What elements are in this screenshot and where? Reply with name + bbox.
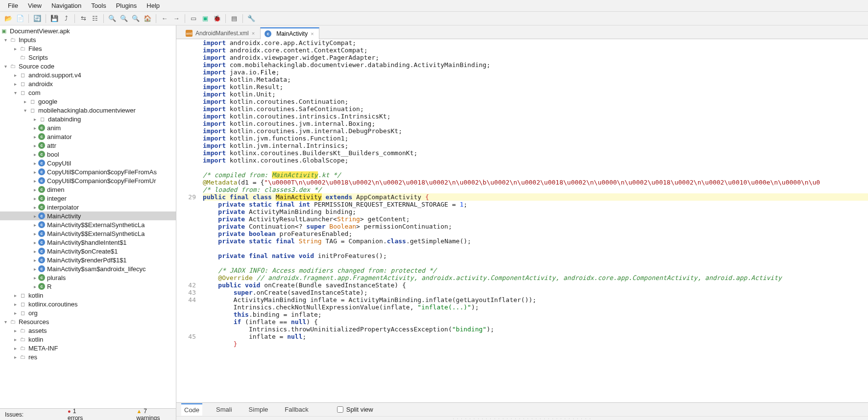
warnings-count[interactable]: ▲7 warnings (136, 408, 171, 420)
chevron-right-icon[interactable]: ▸ (12, 72, 19, 78)
errors-count[interactable]: ●1 errors (68, 408, 92, 420)
tree-pkg-kotlin[interactable]: ▸◻kotlin (0, 291, 176, 300)
tree-pkg-databinding[interactable]: ▸◻databinding (0, 115, 176, 123)
nav-fwd-icon[interactable]: → (171, 13, 182, 24)
drag-handle[interactable]: · · · · · · · · · · · · · · · · · · · · … (176, 416, 868, 420)
tree-pkg-androidx[interactable]: ▸◻androidx (0, 79, 176, 88)
chevron-right-icon[interactable]: ▸ (31, 134, 38, 140)
tree-cls-ma-oncreate[interactable]: ▸cMainActivity$onCreate$1 (0, 247, 176, 256)
tree-pkg-google[interactable]: ▸◻google (0, 97, 176, 106)
tree-cls-ma-synth1[interactable]: ▸cMainActivity$$ExternalSyntheticLa (0, 220, 176, 229)
tree-cls-ma-synth2[interactable]: ▸cMainActivity$$ExternalSyntheticLa (0, 229, 176, 238)
chevron-right-icon[interactable]: ▸ (12, 81, 19, 87)
reload-icon[interactable]: 🔄 (32, 13, 43, 24)
tree-cls-r[interactable]: ▸cR (0, 282, 176, 291)
chevron-right-icon[interactable]: ▸ (31, 117, 38, 122)
chevron-right-icon[interactable]: ▸ (31, 275, 38, 280)
chevron-right-icon[interactable]: ▸ (12, 354, 19, 360)
tree-pkg-mhl[interactable]: ▾◻mobilehackinglab.documentviewer (0, 106, 176, 115)
chevron-right-icon[interactable]: ▸ (31, 231, 38, 236)
tree-cls-plurals[interactable]: ▸cplurals (0, 273, 176, 282)
tree-cls-copyutil-uri[interactable]: ▸cCopyUtil$Companion$copyFileFromUr (0, 176, 176, 185)
tree-resources[interactable]: ▾🗀Resources (0, 317, 176, 326)
chevron-right-icon[interactable]: ▸ (31, 222, 38, 228)
tree-pkg-com[interactable]: ▾◻com (0, 88, 176, 97)
close-icon[interactable]: × (311, 31, 313, 37)
search-back-icon[interactable]: 🔍 (119, 13, 129, 24)
chevron-right-icon[interactable]: ▸ (12, 46, 19, 51)
view-tab-smali[interactable]: Smali (213, 404, 235, 415)
chevron-right-icon[interactable]: ▸ (31, 152, 38, 157)
tree-cls-attr[interactable]: ▸cattr (0, 141, 176, 150)
chevron-right-icon[interactable]: ▸ (12, 302, 19, 307)
chevron-right-icon[interactable]: ▸ (22, 99, 28, 104)
log-icon[interactable]: ▤ (229, 13, 240, 24)
close-icon[interactable]: × (252, 30, 255, 36)
menu-tools[interactable]: Tools (87, 1, 110, 10)
tab-manifest[interactable]: xml AndroidManifest.xml × (181, 27, 260, 39)
tree-res-assets[interactable]: ▸🗀assets (0, 326, 176, 335)
structure-icon[interactable]: ☷ (90, 13, 100, 24)
sync-icon[interactable]: ⇆ (78, 13, 89, 24)
quark-icon[interactable]: ▣ (200, 13, 211, 24)
chevron-right-icon[interactable]: ▸ (31, 196, 38, 201)
settings-icon[interactable]: 🔧 (246, 13, 257, 24)
tree-inputs[interactable]: ▾🗀Inputs (0, 35, 176, 44)
tree-cls-dimen[interactable]: ▸cdimen (0, 185, 176, 194)
chevron-right-icon[interactable]: ▸ (31, 257, 38, 263)
tree-pkg-android-support[interactable]: ▸◻android.support.v4 (0, 70, 176, 79)
tree-scripts[interactable]: 🗀Scripts (0, 53, 176, 62)
tree-cls-ma-handle[interactable]: ▸cMainActivity$handleIntent$1 (0, 238, 176, 247)
tree-cls-mainactivity[interactable]: ▸cMainActivity (0, 211, 176, 220)
tree-cls-ma-sam[interactable]: ▸cMainActivity$sam$androidx_lifecyc (0, 264, 176, 273)
chevron-right-icon[interactable]: ▸ (31, 143, 38, 148)
tree-root[interactable]: ▣DocumentViewer.apk (0, 26, 176, 35)
search-icon[interactable]: 🔍 (107, 13, 118, 24)
chevron-right-icon[interactable]: ▸ (31, 178, 38, 184)
home-icon[interactable]: 🏠 (142, 13, 153, 24)
menu-file[interactable]: File (4, 1, 22, 10)
chevron-down-icon[interactable]: ▾ (22, 108, 28, 113)
export-icon[interactable]: ⤴ (61, 13, 72, 24)
chevron-right-icon[interactable]: ▸ (31, 240, 38, 245)
tree-source-code[interactable]: ▾🗀Source code (0, 62, 176, 70)
chevron-right-icon[interactable]: ▸ (12, 346, 19, 351)
tree-res-res[interactable]: ▸🗀res (0, 352, 176, 361)
tree-cls-integer[interactable]: ▸cinteger (0, 194, 176, 203)
code-editor[interactable]: 29 42 43 44 45 import androidx.core.app.… (176, 39, 868, 402)
open-icon[interactable]: 📂 (3, 13, 14, 24)
tree-cls-ma-renderpdf[interactable]: ▸cMainActivity$renderPdf$1$1 (0, 256, 176, 264)
chevron-down-icon[interactable]: ▾ (12, 90, 19, 95)
tree-cls-anim[interactable]: ▸canim (0, 123, 176, 132)
chevron-right-icon[interactable]: ▸ (31, 205, 38, 210)
save-icon[interactable]: 💾 (49, 13, 60, 24)
chevron-right-icon[interactable]: ▸ (12, 310, 19, 316)
view-tab-simple[interactable]: Simple (246, 404, 271, 415)
tree-pkg-org[interactable]: ▸◻org (0, 308, 176, 317)
tree-cls-interpolator[interactable]: ▸cinterpolator (0, 203, 176, 211)
chevron-right-icon[interactable]: ▸ (12, 337, 19, 342)
split-view-checkbox[interactable] (337, 406, 343, 413)
chevron-right-icon[interactable]: ▸ (31, 125, 38, 131)
tree-files[interactable]: ▸🗀Files (0, 44, 176, 53)
tree-cls-copyutil-asset[interactable]: ▸cCopyUtil$Companion$copyFileFromAs (0, 167, 176, 176)
chevron-right-icon[interactable]: ▸ (31, 187, 38, 192)
deobf-icon[interactable]: ▭ (188, 13, 199, 24)
chevron-right-icon[interactable]: ▸ (31, 213, 38, 219)
tree-res-metainf[interactable]: ▸🗀META-INF (0, 344, 176, 352)
chevron-right-icon[interactable]: ▸ (31, 249, 38, 254)
chevron-down-icon[interactable]: ▾ (2, 37, 9, 43)
split-view-toggle[interactable]: Split view (337, 406, 373, 413)
tab-mainactivity[interactable]: c MainActivity × (260, 27, 319, 39)
project-tree[interactable]: ▣DocumentViewer.apk ▾🗀Inputs ▸🗀Files 🗀Sc… (0, 25, 176, 408)
search-fwd-icon[interactable]: 🔍 (130, 13, 141, 24)
tree-pkg-kotlinx[interactable]: ▸◻kotlinx.coroutines (0, 300, 176, 308)
tree-cls-copyutil[interactable]: ▸cCopyUtil (0, 159, 176, 167)
nav-back-icon[interactable]: ← (159, 13, 170, 24)
chevron-right-icon[interactable]: ▸ (31, 266, 38, 272)
menu-plugins[interactable]: Plugins (112, 1, 141, 10)
tree-cls-animator[interactable]: ▸canimator (0, 132, 176, 141)
menu-help[interactable]: Help (143, 1, 164, 10)
view-tab-fallback[interactable]: Fallback (282, 404, 311, 415)
chevron-right-icon[interactable]: ▸ (31, 161, 38, 166)
